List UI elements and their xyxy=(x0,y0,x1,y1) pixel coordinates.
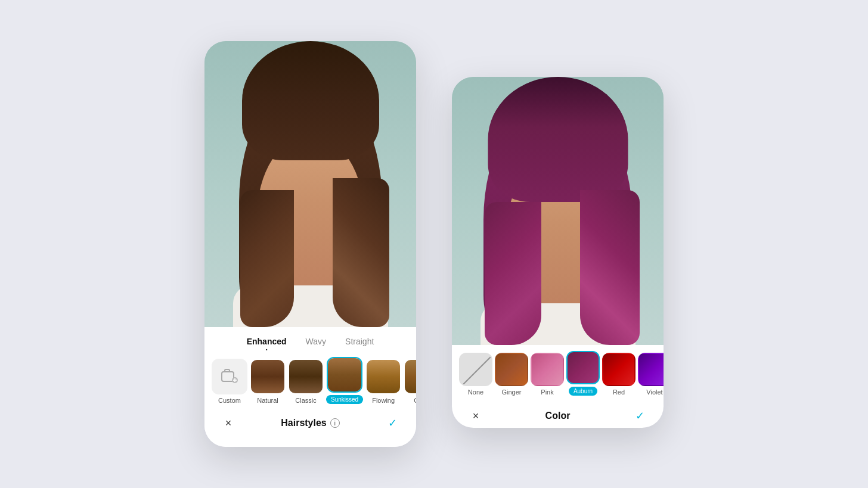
action-bar-right: × Color ✓ xyxy=(452,402,664,428)
color-label-violet: Violet xyxy=(646,388,662,396)
color-label-none: None xyxy=(468,388,483,396)
slash-icon xyxy=(459,355,492,386)
hair-top xyxy=(242,41,379,160)
hairstyle-thumb-curly xyxy=(404,359,416,394)
photo-area-left xyxy=(204,41,416,327)
hairstyle-label-curly: Curly xyxy=(414,397,416,404)
color-label-ginger: Ginger xyxy=(501,388,521,396)
photo-area-right xyxy=(452,77,664,345)
bottom-panel-left: Enhanced Wavy Straight xyxy=(204,327,416,447)
hair-thumb-gradient-natural xyxy=(251,360,284,393)
hairstyle-row: Custom Natural Classic xyxy=(204,352,416,409)
hairstyle-label-natural: Natural xyxy=(257,397,278,404)
confirm-button-left[interactable]: ✓ xyxy=(383,414,402,433)
app-container: Enhanced Wavy Straight xyxy=(187,23,681,465)
color-item-pink[interactable]: Pink xyxy=(531,353,564,396)
color-item-ginger[interactable]: Ginger xyxy=(495,353,528,396)
action-bar-left: × Hairstyles i ✓ xyxy=(204,409,416,435)
info-icon-left[interactable]: i xyxy=(330,418,340,428)
hair-thumb-gradient-classic xyxy=(289,360,323,393)
confirm-button-right[interactable]: ✓ xyxy=(630,406,649,425)
hair-thumb-gradient-sunkissed xyxy=(328,358,361,391)
hairstyle-item-sunkissed[interactable]: Sunkissed xyxy=(326,357,363,404)
hairstyle-thumb-natural xyxy=(250,359,286,394)
hairstyle-thumb-flowing xyxy=(365,359,401,394)
color-title: Color xyxy=(545,411,571,421)
hairstyle-item-custom[interactable]: Custom xyxy=(212,359,247,404)
hair-side-right xyxy=(333,178,389,327)
hair-side-right-right xyxy=(580,190,640,345)
hair-side-left xyxy=(240,190,294,327)
hairstyles-title-text: Hairstyles xyxy=(281,418,327,428)
color-item-none[interactable]: None xyxy=(459,353,492,396)
color-title-text: Color xyxy=(545,411,571,421)
hairstyle-label-classic: Classic xyxy=(295,397,316,404)
color-row: None Ginger Pink Auburn xyxy=(452,345,664,402)
hairstyle-label-custom: Custom xyxy=(218,397,241,404)
color-item-violet[interactable]: Violet xyxy=(638,353,664,396)
hair-side-left-right xyxy=(485,202,541,345)
svg-rect-0 xyxy=(222,372,234,381)
hairstyle-label-flowing: Flowing xyxy=(372,397,395,404)
tab-enhanced[interactable]: Enhanced xyxy=(247,337,287,349)
close-button-left[interactable]: × xyxy=(219,414,238,433)
close-button-right[interactable]: × xyxy=(466,406,485,425)
hairstyle-item-natural[interactable]: Natural xyxy=(250,359,286,404)
bottom-panel-right: None Ginger Pink Auburn xyxy=(452,345,664,428)
color-swatch-violet xyxy=(638,353,664,386)
hairstyle-item-curly[interactable]: Curly xyxy=(404,359,416,404)
tabs-row: Enhanced Wavy Straight xyxy=(204,337,416,349)
hairstyle-thumb-custom xyxy=(212,359,247,394)
color-swatch-pink xyxy=(531,353,564,386)
color-item-red[interactable]: Red xyxy=(602,353,636,396)
hair-top-right xyxy=(488,77,628,202)
phone-left: Enhanced Wavy Straight xyxy=(204,41,416,447)
hairstyle-thumb-classic xyxy=(288,359,324,394)
hairstyle-item-flowing[interactable]: Flowing xyxy=(365,359,401,404)
color-swatch-none xyxy=(459,353,492,386)
hairstyle-label-sunkissed: Sunkissed xyxy=(326,395,363,404)
phone-right: None Ginger Pink Auburn xyxy=(452,77,664,428)
hair-thumb-gradient-curly xyxy=(405,360,416,393)
tab-wavy[interactable]: Wavy xyxy=(306,337,326,349)
color-swatch-ginger xyxy=(495,353,528,386)
color-item-auburn[interactable]: Auburn xyxy=(566,351,600,396)
color-label-red: Red xyxy=(613,388,625,396)
hair-thumb-gradient-flowing xyxy=(367,360,400,393)
color-swatch-red xyxy=(602,353,636,386)
color-label-pink: Pink xyxy=(541,388,553,396)
hairstyle-thumb-sunkissed xyxy=(327,357,362,393)
color-swatch-auburn xyxy=(566,351,600,384)
custom-icon xyxy=(220,367,239,386)
color-label-auburn: Auburn xyxy=(569,387,597,396)
hairstyles-title: Hairstyles i xyxy=(281,418,340,428)
hairstyle-item-classic[interactable]: Classic xyxy=(288,359,324,404)
tab-straight[interactable]: Straight xyxy=(345,337,374,349)
